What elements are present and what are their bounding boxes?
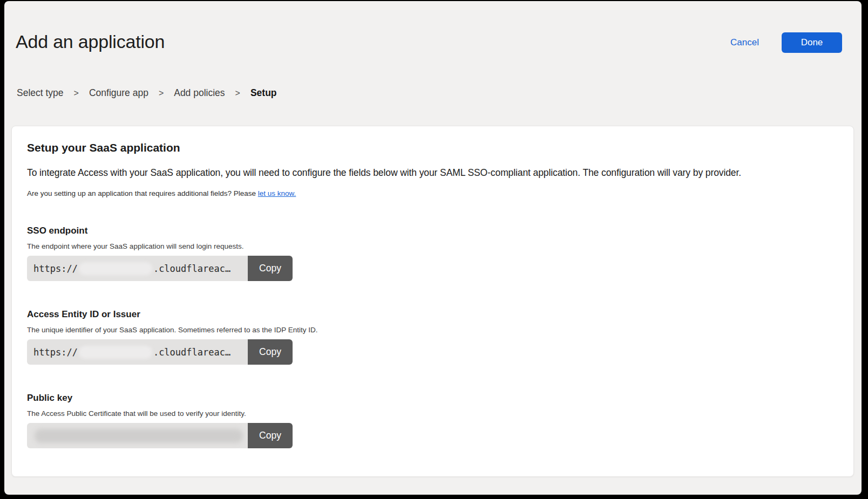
done-button[interactable]: Done <box>782 32 842 53</box>
access-entity-id-label: Access Entity ID or Issuer <box>27 309 838 320</box>
public-key-copy-row: Copy <box>27 423 293 448</box>
public-key-description: The Access Public Certificate that will … <box>27 409 838 418</box>
header-actions: Cancel Done <box>730 32 842 53</box>
breadcrumb-item-select-type[interactable]: Select type <box>17 87 64 99</box>
let-us-know-link[interactable]: let us know. <box>258 189 296 197</box>
breadcrumb-separator: > <box>235 88 240 98</box>
card-note-text: Are you setting up an application that r… <box>27 189 838 197</box>
note-prefix: Are you setting up an application that r… <box>27 189 258 197</box>
app-screen: Add an application Cancel Done Select ty… <box>4 1 862 495</box>
public-key-copy-button[interactable]: Copy <box>248 423 293 448</box>
cancel-button[interactable]: Cancel <box>730 37 759 48</box>
card-intro-text: To integrate Access with your SaaS appli… <box>27 167 838 179</box>
public-key-label: Public key <box>27 393 838 404</box>
breadcrumb-separator: > <box>159 88 164 98</box>
value-prefix: https:// <box>33 347 78 358</box>
value-suffix: .cloudflareac… <box>153 263 230 274</box>
breadcrumb-item-configure-app[interactable]: Configure app <box>89 87 148 99</box>
sso-endpoint-label: SSO endpoint <box>27 225 838 236</box>
access-entity-id-section: Access Entity ID or Issuer The unique id… <box>27 309 838 365</box>
access-entity-id-copy-button[interactable]: Copy <box>248 339 293 365</box>
breadcrumb-separator: > <box>74 88 79 98</box>
redacted-subdomain <box>79 346 152 359</box>
breadcrumb-item-add-policies[interactable]: Add policies <box>174 87 225 99</box>
sso-endpoint-description: The endpoint where your SaaS application… <box>27 242 838 250</box>
redacted-subdomain <box>79 262 152 275</box>
redacted-certificate <box>35 429 243 443</box>
value-prefix: https:// <box>33 263 78 274</box>
breadcrumb-item-setup: Setup <box>250 87 277 99</box>
page-header: Add an application Cancel Done <box>4 1 862 53</box>
setup-card: Setup your SaaS application To integrate… <box>11 126 854 477</box>
card-heading: Setup your SaaS application <box>27 141 838 154</box>
access-entity-id-copy-row: https://.cloudflareac… Copy <box>27 339 293 365</box>
public-key-section: Public key The Access Public Certificate… <box>27 393 838 448</box>
public-key-value[interactable] <box>27 423 248 448</box>
access-entity-id-description: The unique identifier of your SaaS appli… <box>27 326 838 334</box>
access-entity-id-value[interactable]: https://.cloudflareac… <box>27 339 248 365</box>
sso-endpoint-section: SSO endpoint The endpoint where your Saa… <box>27 225 838 281</box>
sso-endpoint-copy-button[interactable]: Copy <box>248 256 293 281</box>
sso-endpoint-value[interactable]: https://.cloudflareac… <box>27 256 248 281</box>
page-title: Add an application <box>16 31 165 52</box>
sso-endpoint-copy-row: https://.cloudflareac… Copy <box>27 256 293 281</box>
value-suffix: .cloudflareac… <box>153 347 230 358</box>
breadcrumb: Select type > Configure app > Add polici… <box>4 87 862 99</box>
